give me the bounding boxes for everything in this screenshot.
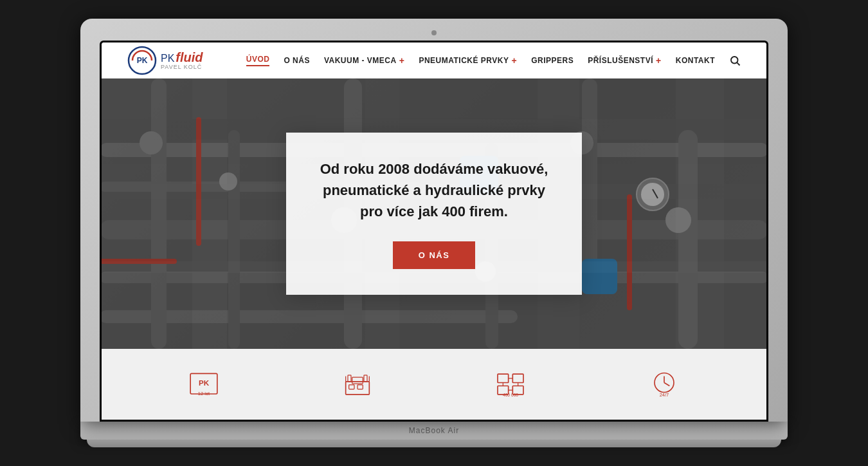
laptop-brand-label: MacBook Air — [409, 426, 459, 435]
products-icon: 400 000 — [491, 368, 530, 400]
svg-point-2 — [731, 57, 738, 64]
svg-line-3 — [737, 62, 739, 65]
svg-text:24/7: 24/7 — [659, 392, 669, 398]
laptop-container: PK PKfluid PAVEL KOLČ ÚVOD O NÁS — [80, 19, 788, 447]
stats-section: PK 12 let — [102, 349, 766, 420]
nav-item-kontakt[interactable]: KONTAKT — [676, 56, 715, 65]
hero-section: Od roku 2008 dodáváme vakuové, pneumatic… — [102, 79, 766, 349]
hero-cta-button[interactable]: O NÁS — [393, 241, 476, 269]
svg-rect-35 — [348, 385, 354, 389]
svg-rect-36 — [357, 385, 363, 389]
svg-text:PK: PK — [137, 56, 148, 65]
site-header: PK PKfluid PAVEL KOLČ ÚVOD O NÁS — [102, 42, 766, 79]
time-icon: 24/7 — [645, 368, 683, 400]
nav-menu: ÚVOD O NÁS VAKUUM - VMECA + PNEUMATICKÉ … — [246, 55, 741, 66]
pneumaticke-plus-icon: + — [511, 55, 517, 66]
logo-text: PKfluid PAVEL KOLČ — [161, 50, 203, 71]
logo-pk: PK — [161, 53, 174, 64]
nav-item-onas[interactable]: O NÁS — [284, 56, 310, 65]
hero-title: Od roku 2008 dodáváme vakuové, pneumatic… — [318, 158, 550, 222]
screen-bezel: PK PKfluid PAVEL KOLČ ÚVOD O NÁS — [100, 41, 768, 422]
svg-rect-40 — [348, 375, 351, 382]
logo-name: PKfluid — [161, 50, 203, 64]
svg-text:12 let: 12 let — [198, 391, 210, 397]
main-nav: ÚVOD O NÁS VAKUUM - VMECA + PNEUMATICKÉ … — [246, 55, 741, 66]
nav-item-vakuum[interactable]: VAKUUM - VMECA + — [324, 55, 404, 66]
search-icon — [729, 55, 741, 66]
logo-area[interactable]: PK PKfluid PAVEL KOLČ — [127, 46, 203, 75]
svg-rect-41 — [364, 375, 367, 382]
vakuum-plus-icon: + — [399, 55, 405, 66]
logo-subtitle: PAVEL KOLČ — [161, 64, 203, 71]
prislusenstvi-plus-icon: + — [656, 55, 662, 66]
nav-item-prislusenstvi[interactable]: PŘÍSLUŠENSTVÍ + — [588, 55, 662, 66]
stat-years: PK 12 let — [185, 368, 223, 400]
svg-rect-43 — [513, 374, 524, 382]
svg-rect-42 — [498, 374, 509, 382]
svg-rect-37 — [352, 377, 363, 384]
stat-factory — [338, 368, 377, 400]
nav-item-uvod[interactable]: ÚVOD — [246, 55, 270, 66]
screen: PK PKfluid PAVEL KOLČ ÚVOD O NÁS — [102, 42, 766, 420]
logo-icon: PK — [127, 46, 157, 75]
laptop-base: MacBook Air — [80, 422, 788, 440]
nav-item-grippers[interactable]: GRIPPERS — [531, 56, 574, 65]
nav-item-pneumaticke[interactable]: PNEUMATICKÉ PRVKY + — [419, 55, 517, 66]
pk-years-icon: PK 12 let — [185, 368, 223, 400]
camera-notch — [431, 30, 437, 35]
svg-line-53 — [664, 383, 669, 386]
hero-card: Od roku 2008 dodáváme vakuové, pneumatic… — [286, 133, 582, 295]
laptop-bottom — [87, 440, 781, 447]
stat-products: 400 000 — [491, 368, 530, 400]
stat-time: 24/7 — [645, 368, 683, 400]
factory-icon — [338, 368, 377, 400]
laptop-frame: PK PKfluid PAVEL KOLČ ÚVOD O NÁS — [80, 19, 788, 422]
search-button[interactable] — [729, 55, 741, 66]
svg-text:400 000: 400 000 — [503, 393, 518, 397]
logo-fluid: fluid — [176, 50, 203, 64]
svg-text:PK: PK — [199, 379, 210, 387]
